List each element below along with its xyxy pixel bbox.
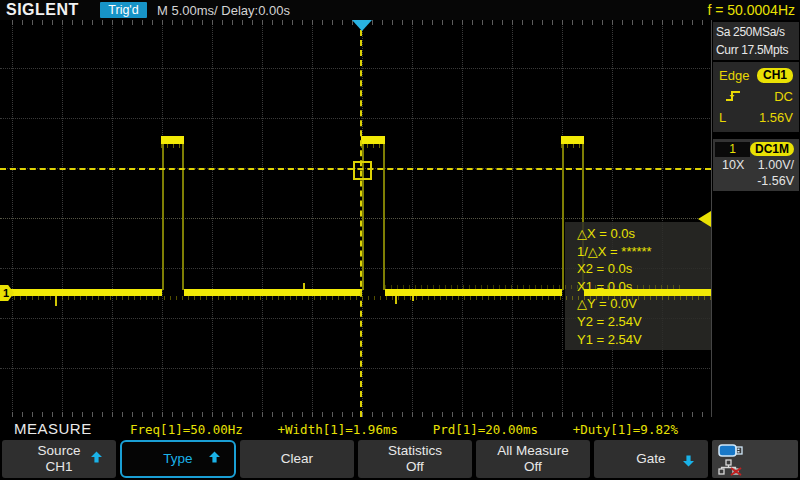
waveform-baseline [385, 289, 562, 296]
down-arrow-icon [682, 451, 695, 468]
all-measure-button-label: All Measure [497, 443, 568, 459]
type-button-label: Type [163, 451, 192, 467]
statistics-button[interactable]: Statistics Off [358, 440, 472, 478]
all-measure-button[interactable]: All Measure Off [476, 440, 590, 478]
clear-button[interactable]: Clear [240, 440, 354, 478]
trigger-position-marker[interactable] [352, 20, 372, 31]
waveform-pulse-top [561, 136, 584, 144]
channel-coupling-badge: DC1M [750, 142, 794, 156]
trigger-level-marker[interactable] [698, 211, 711, 227]
measure-period: Prd[1]=20.00ms [433, 422, 538, 437]
waveform-display-area: △X = 0.0s 1/△X = ****** X2 = 0.0s X1 = 0… [0, 20, 712, 417]
grid-line [0, 68, 712, 69]
waveform-noise-spike [303, 283, 305, 289]
waveform-pulse-top [361, 136, 385, 144]
grid-line [0, 368, 712, 369]
waveform-edge [383, 144, 385, 290]
channel1-info-panel[interactable]: 1 DC1M 10X 1.00V/ -1.56V [713, 139, 799, 191]
graticule-ticks-bottom [12, 412, 712, 417]
lan-disconnected-icon [718, 459, 744, 480]
waveform-noise-spike [395, 296, 397, 304]
measure-pos-duty: +Duty[1]=9.82% [573, 422, 678, 437]
sample-rate: Sa 250MSa/s [716, 23, 799, 41]
waveform-noise-spike [55, 296, 57, 306]
rising-edge-icon [725, 88, 741, 105]
acquisition-info-panel: Sa 250MSa/s Curr 17.5Mpts [713, 22, 799, 60]
waveform-edge [182, 144, 184, 290]
memory-depth: Curr 17.5Mpts [716, 41, 799, 59]
probe-attenuation: 10X [722, 158, 744, 172]
vertical-offset: -1.56V [757, 174, 794, 188]
cursor-y1: Y1 = 2.54V [577, 331, 711, 349]
trigger-info-panel: Edge CH1 DC L 1.56V [713, 62, 799, 132]
up-arrow-icon [90, 451, 103, 468]
statistics-button-label: Statistics [388, 443, 442, 459]
clear-button-label: Clear [281, 451, 313, 467]
up-arrow-icon [208, 451, 221, 468]
x-cursor-line[interactable] [360, 20, 362, 417]
waveform-noise [361, 144, 385, 148]
source-button[interactable]: Source CH1 [2, 440, 116, 478]
trigger-type: Edge [719, 68, 749, 83]
waveform-noise [561, 144, 584, 148]
measure-title: MEASURE [14, 420, 92, 437]
cursor-x2: X2 = 0.0s [577, 260, 711, 278]
trigger-coupling: DC [774, 89, 793, 104]
measure-freq: Freq[1]=50.00Hz [130, 422, 243, 437]
trigger-source-badge: CH1 [757, 68, 793, 83]
siglent-logo: SIGLENT [6, 1, 79, 19]
waveform-baseline [184, 289, 362, 296]
cursor-delta-x: △X = 0.0s [577, 225, 711, 243]
waveform-edge [562, 144, 564, 290]
source-button-label: Source [38, 443, 81, 459]
graticule-right-edge [711, 20, 712, 417]
type-button[interactable]: Type [120, 440, 236, 478]
waveform-baseline [8, 289, 162, 296]
channel-number-chip: 1 [715, 142, 750, 157]
grid-line [0, 118, 712, 119]
timebase-delay-readout: M 5.00ms/ Delay:0.00s [157, 3, 290, 18]
cursor-handle[interactable] [353, 161, 372, 180]
waveform-edge [162, 144, 164, 290]
trigger-level-label: L [719, 110, 726, 125]
trigger-status-badge: Trig'd [100, 2, 147, 18]
hardware-frequency-counter: f = 50.0004Hz [707, 2, 795, 18]
vertical-scale: 1.00V/ [758, 158, 794, 172]
oscilloscope-screen: SIGLENT Trig'd M 5.00ms/ Delay:0.00s f =… [0, 0, 800, 480]
waveform-noise-spike [412, 296, 414, 301]
gate-button-label: Gate [636, 451, 665, 467]
status-icon-panel [712, 440, 798, 478]
gate-button[interactable]: Gate [594, 440, 708, 478]
statistics-button-value: Off [406, 459, 424, 475]
measure-pos-width: +Width[1]=1.96ms [278, 422, 398, 437]
cursor-y2: Y2 = 2.54V [577, 313, 711, 331]
all-measure-button-value: Off [524, 459, 542, 475]
waveform-noise [161, 144, 184, 148]
softkey-menu-bar: Source CH1 Type Clear Statistics Off All… [0, 440, 800, 480]
waveform-baseline [584, 289, 711, 296]
measurement-bar: MEASURE Freq[1]=50.00Hz +Width[1]=1.96ms… [0, 418, 800, 439]
waveform-pulse-top [161, 136, 184, 144]
source-button-value: CH1 [45, 459, 72, 475]
top-status-bar: SIGLENT Trig'd M 5.00ms/ Delay:0.00s f =… [0, 0, 800, 20]
grid-center-line [0, 218, 712, 219]
cursor-inv-delta-x: 1/△X = ****** [577, 243, 711, 261]
trigger-level-value: 1.56V [759, 110, 793, 125]
